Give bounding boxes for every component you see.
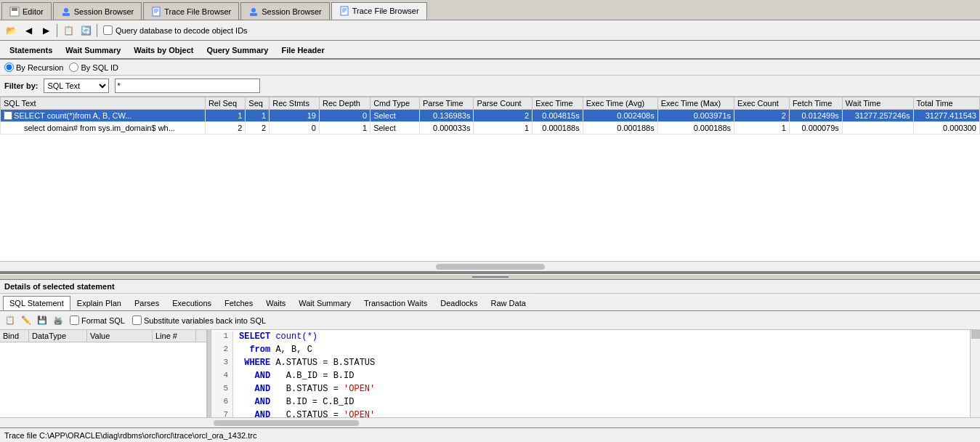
table-cell: 0 [270,122,320,134]
table-row[interactable]: select domain# from sys.im_domain$ wh...… [1,122,980,134]
table-cell: 0.004815s [532,110,583,122]
svg-point-9 [251,8,256,12]
upper-hscrollbar[interactable] [0,261,980,271]
detail-tab-fetches[interactable]: Fetches [218,296,259,310]
folder-btn[interactable]: 📂 [3,23,19,39]
filter-select[interactable]: SQL Text [44,79,109,93]
table-cell: 0 [319,110,370,122]
sql-code-area[interactable]: 1SELECT count(*)2 from A, B, C3 WHERE A.… [211,330,970,417]
detail-tab-transaction-waits[interactable]: Transaction Waits [357,296,434,310]
splitter[interactable] [0,274,980,280]
details-header: Details of selected statement [0,280,980,294]
query-db-checkbox-label[interactable]: Query database to decode object IDs [103,25,248,35]
filter-input[interactable] [115,79,260,93]
col-parse-time[interactable]: Parse Time [420,97,474,110]
col-seq[interactable]: Seq [246,97,270,110]
table-cell: 0.000300 [913,122,979,134]
detail-tab-deadlocks[interactable]: Deadlocks [434,296,484,310]
detail-tab-parses[interactable]: Parses [128,296,166,310]
col-sql-text[interactable]: SQL Text [1,97,206,110]
substitute-vars-checkbox[interactable] [132,316,142,325]
tab-trace-file-browser-1[interactable]: Trace File Browser [143,2,239,20]
table-cell: 1 [205,110,245,122]
table-cell: 2 [205,122,245,134]
col-exec-count[interactable]: Exec Count [734,97,790,110]
col-wait-time[interactable]: Wait Time [842,97,913,110]
copy-btn[interactable]: 📋 [60,23,76,39]
format-sql-label[interactable]: Format SQL [70,316,125,325]
radio-by-sql-id[interactable]: By SQL ID [69,63,118,72]
filter-label: Filter by: [4,81,38,90]
col-cmd-type[interactable]: Cmd Type [370,97,420,110]
col-datatype-header[interactable]: DataType [29,330,87,342]
detail-toolbar: 📋 ✏️ 💾 🖨️ Format SQL Substitute variable… [0,311,980,330]
app-tab-bar: Editor Session Browser Trace File Browse… [0,0,980,20]
tab-statements[interactable]: Statements [3,42,59,58]
trace-icon-1 [151,7,161,17]
svg-point-3 [64,8,68,12]
substitute-vars-label[interactable]: Substitute variables back into SQL [132,316,266,325]
col-rec-depth[interactable]: Rec Depth [319,97,370,110]
table-cell: 0.136983s [420,110,474,122]
detail-tab-wait-summary[interactable]: Wait Summary [292,296,357,310]
tab-editor[interactable]: Editor [1,2,52,20]
col-exec-time-avg[interactable]: Exec Time (Avg) [583,97,657,110]
col-fetch-time[interactable]: Fetch Time [789,97,842,110]
detail-tab-sql-statement[interactable]: SQL Statement [3,296,70,310]
edit-icon [9,7,20,17]
tab-session-browser-1[interactable]: Session Browser [53,2,142,20]
session-icon-2 [248,7,259,17]
session-icon-1 [61,7,71,17]
col-rec-stmts[interactable]: Rec Stmts [270,97,320,110]
edit-sql-btn[interactable]: ✏️ [19,313,33,328]
detail-tab-bar: SQL Statement Explain Plan Parses Execut… [0,294,980,311]
upper-pane: By Recursion By SQL ID Filter by: SQL Te… [0,60,980,274]
tab-wait-summary[interactable]: Wait Summary [59,42,127,58]
col-exec-time[interactable]: Exec Time [532,97,583,110]
table-cell: Select [370,110,420,122]
bind-grid-body [0,342,206,417]
sql-grid-header: Bind DataType Value Line # [0,330,206,342]
tab-trace-file-browser-2[interactable]: Trace File Browser [331,2,427,20]
save-sql-btn[interactable]: 💾 [35,313,49,328]
table-cell: 2 [734,110,790,122]
table-cell: 0.012499s [789,110,842,122]
tab-query-summary[interactable]: Query Summary [200,42,275,58]
col-rel-seq[interactable]: Rel Seq [205,97,245,110]
col-total-time[interactable]: Total Time [913,97,979,110]
table-cell: 0.000079s [789,122,842,134]
tab-session-browser-2[interactable]: Session Browser [240,2,330,20]
svg-rect-11 [341,7,348,15]
status-bar: Trace file C:\APP\ORACLE\diag\rdbms\orcl… [0,427,980,442]
bottom-scrollbar[interactable] [0,417,980,427]
sql-line: 1SELECT count(*) [211,332,970,345]
refresh-btn[interactable]: 🔄 [78,23,94,39]
print-sql-btn[interactable]: 🖨️ [51,313,65,328]
table-cell: 0.000033s [420,122,474,134]
svg-rect-5 [153,7,160,16]
svg-rect-10 [250,13,257,16]
copy-sql-btn[interactable]: 📋 [3,313,17,328]
tree-expander[interactable]: - [4,111,12,120]
col-value-header[interactable]: Value [87,330,153,342]
detail-tab-explain-plan[interactable]: Explain Plan [70,296,128,310]
statements-table-wrapper[interactable]: SQL Text Rel Seq Seq Rec Stmts Rec Depth… [0,97,980,261]
col-line-header[interactable]: Line # [153,330,196,342]
query-db-checkbox[interactable] [103,25,113,35]
table-row[interactable]: -SELECT count(*)from A, B, CW...11190Sel… [1,110,980,122]
detail-tab-waits[interactable]: Waits [259,296,292,310]
col-exec-time-max[interactable]: Exec Time (Max) [657,97,734,110]
back-btn[interactable]: ◀ [20,23,36,39]
col-bind-header[interactable]: Bind [0,330,29,342]
tab-file-header[interactable]: File Header [275,42,331,58]
radio-by-recursion[interactable]: By Recursion [4,63,63,72]
cell-sql-text: -SELECT count(*)from A, B, CW... [1,110,206,122]
format-sql-checkbox[interactable] [70,316,79,325]
right-scrollbar[interactable] [970,330,980,417]
main-layout: Editor Session Browser Trace File Browse… [0,0,980,442]
detail-tab-executions[interactable]: Executions [166,296,218,310]
col-parse-count[interactable]: Parse Count [474,97,532,110]
detail-tab-raw-data[interactable]: Raw Data [485,296,532,310]
tab-waits-by-object[interactable]: Waits by Object [127,42,200,58]
forward-btn[interactable]: ▶ [38,23,54,39]
